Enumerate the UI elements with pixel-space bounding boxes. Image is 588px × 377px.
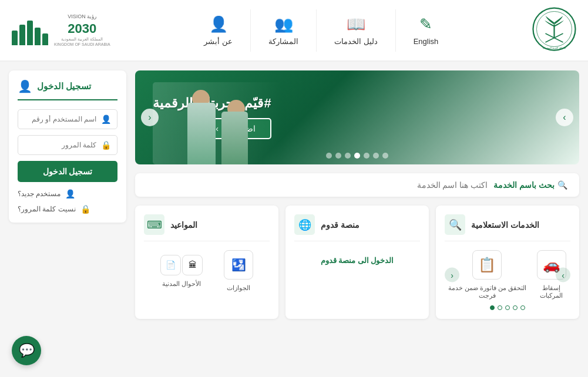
civil-affairs-label: الأحوال المدنية bbox=[162, 280, 201, 288]
absher-bars bbox=[12, 16, 48, 45]
english-icon: ✎ bbox=[419, 15, 432, 33]
bar-3 bbox=[27, 21, 33, 45]
login-title: تسجيل الدخول bbox=[37, 81, 91, 92]
sub-dot-5[interactable] bbox=[490, 305, 495, 310]
header: المملكة العربية السعودية ✎ English 📖 دلي… bbox=[0, 0, 588, 62]
search-icon-card: 🔍 bbox=[449, 218, 462, 231]
nav-item-english[interactable]: ✎ English bbox=[395, 9, 456, 52]
qudom-link[interactable]: الدخول الى منصة قدوم bbox=[315, 250, 400, 271]
people-icon: 👥 bbox=[274, 15, 293, 33]
person-icon: 👤 bbox=[209, 15, 228, 33]
slider-dot-7[interactable] bbox=[326, 153, 332, 159]
inquiry-card-header: الخدمات الاستعلامية 🔍 bbox=[445, 214, 570, 241]
content-area: ‹ #قيّم_تجربتك_الرقمية اضغط هنا › bbox=[135, 70, 579, 368]
inquiry-sub-dots bbox=[445, 305, 570, 310]
person-body-1 bbox=[221, 112, 248, 164]
slider-dot-2[interactable] bbox=[373, 153, 379, 159]
nav-item-participation[interactable]: 👥 المشاركة bbox=[250, 9, 316, 52]
vision-text: رؤية VISION bbox=[54, 14, 110, 21]
saudi-logo: المملكة العربية السعودية bbox=[532, 7, 576, 53]
people-silhouette bbox=[187, 103, 248, 164]
civil-affairs-item[interactable]: 🏛 📄 الأحوال المدنية bbox=[160, 255, 203, 288]
slider-dot-3[interactable] bbox=[364, 153, 369, 159]
sidebar: تسجيل الدخول 👤 👤 🔒 تسجيل الدخول 👤 مستخدم… bbox=[9, 70, 126, 368]
person-2 bbox=[187, 103, 216, 164]
slider-dot-4[interactable] bbox=[354, 153, 360, 159]
login-button[interactable]: تسجيل الدخول bbox=[18, 161, 117, 182]
services-grid: الخدمات الاستعلامية 🔍 ‹ 🚗 إسقاط المركبات… bbox=[135, 206, 579, 319]
sub-dot-2[interactable] bbox=[513, 305, 518, 310]
new-user-link[interactable]: 👤 مستخدم جديد؟ bbox=[18, 189, 117, 198]
inquiry-nav-next[interactable]: › bbox=[556, 268, 570, 282]
password-field: 🔒 bbox=[18, 135, 117, 155]
book-icon: 📖 bbox=[347, 15, 365, 33]
appointments-card-title: المواعيد bbox=[170, 220, 197, 230]
vehicle-drop-label: إسقاط المركبات bbox=[533, 284, 570, 299]
vision-year: 2030 bbox=[54, 21, 110, 38]
passports-item[interactable]: 🛂 الجوازات bbox=[224, 250, 253, 292]
slider-next-button[interactable]: › bbox=[556, 109, 573, 126]
slider-dot-1[interactable] bbox=[382, 153, 388, 159]
qudom-card-body: الدخول الى منصة قدوم bbox=[294, 250, 420, 271]
search-icon: 🔍 bbox=[557, 180, 567, 190]
inquiry-services-card: الخدمات الاستعلامية 🔍 ‹ 🚗 إسقاط المركبات… bbox=[436, 206, 579, 319]
slider-dot-6[interactable] bbox=[335, 153, 341, 159]
search-bar: 🔍 بحث باسم الخدمة bbox=[135, 173, 579, 197]
bar-4 bbox=[19, 25, 25, 45]
invoice-icon: 📋 bbox=[472, 250, 502, 280]
new-user-icon: 👤 bbox=[65, 189, 75, 198]
bar-2 bbox=[35, 28, 41, 45]
sub-dot-4[interactable] bbox=[498, 305, 502, 310]
appointments-card-body: 🛂 الجوازات 🏛 📄 الأحوال المدنية bbox=[144, 250, 270, 292]
passport-icon: 🛂 bbox=[224, 250, 253, 280]
absher-logo bbox=[12, 16, 48, 45]
user-field-icon: 👤 bbox=[101, 115, 111, 124]
nav-label-services-guide: دليل الخدمات bbox=[334, 37, 378, 46]
qudom-card-icon: 🌐 bbox=[294, 214, 315, 235]
chat-button[interactable]: 💬 bbox=[12, 336, 41, 365]
search-label: 🔍 بحث باسم الخدمة bbox=[493, 180, 567, 190]
keyboard-icon: ⌨ bbox=[147, 218, 162, 231]
vision-logo: رؤية VISION 2030 المملكة العربية السعودي… bbox=[54, 14, 110, 47]
passports-label: الجوازات bbox=[227, 284, 250, 292]
forgot-password-link[interactable]: 🔒 نسيت كلمة المرور؟ bbox=[18, 204, 117, 214]
forgot-password-label: نسيت كلمة المرور؟ bbox=[18, 205, 76, 213]
login-header-icon: 👤 bbox=[18, 79, 32, 93]
login-box: تسجيل الدخول 👤 👤 🔒 تسجيل الدخول 👤 مستخدم… bbox=[9, 70, 126, 223]
slider-dots bbox=[326, 153, 388, 159]
qudom-card-title: منصة قدوم bbox=[321, 220, 359, 230]
lock-field-icon: 🔒 bbox=[101, 140, 111, 150]
person-body-2 bbox=[187, 103, 216, 164]
person-1 bbox=[221, 112, 248, 164]
nav-label-english: English bbox=[414, 37, 439, 46]
chat-icon: 💬 bbox=[19, 343, 35, 358]
globe-icon: 🌐 bbox=[298, 218, 311, 231]
nav-label-about: عن أبشر bbox=[204, 37, 233, 46]
new-user-label: مستخدم جديد؟ bbox=[18, 190, 61, 198]
civil-affairs-icons: 🏛 📄 bbox=[160, 255, 203, 275]
inquiry-card-title: الخدمات الاستعلامية bbox=[471, 220, 539, 230]
nav-label-participation: المشاركة bbox=[268, 37, 298, 46]
appointments-card-header: المواعيد ⌨ bbox=[144, 214, 270, 241]
main-content: ‹ #قيّم_تجربتك_الرقمية اضغط هنا › bbox=[0, 62, 588, 377]
appointments-card-icon: ⌨ bbox=[144, 214, 164, 235]
civil-icon-1: 🏛 bbox=[182, 255, 203, 275]
inquiry-card-body: ‹ 🚗 إسقاط المركبات 📋 التحقق من فاتورة ضم… bbox=[445, 250, 570, 299]
login-header: تسجيل الدخول 👤 bbox=[18, 79, 117, 100]
civil-icon-2: 📄 bbox=[160, 255, 181, 275]
slider-dot-5[interactable] bbox=[345, 153, 351, 159]
slider-image bbox=[153, 82, 282, 164]
sub-dot-1[interactable] bbox=[520, 305, 525, 310]
qudom-card-header: منصة قدوم 🌐 bbox=[294, 214, 420, 241]
password-input[interactable] bbox=[8, 141, 96, 149]
inquiry-nav-prev[interactable]: ‹ bbox=[445, 268, 459, 282]
nav-item-about[interactable]: 👤 عن أبشر bbox=[186, 9, 250, 52]
nav-item-services-guide[interactable]: 📖 دليل الخدمات bbox=[316, 9, 395, 52]
username-input[interactable] bbox=[8, 115, 96, 123]
search-input[interactable] bbox=[147, 180, 488, 190]
sub-dot-3[interactable] bbox=[505, 305, 510, 310]
username-field: 👤 bbox=[18, 109, 117, 129]
forgot-lock-icon: 🔒 bbox=[80, 204, 90, 214]
qudom-card: منصة قدوم 🌐 الدخول الى منصة قدوم bbox=[285, 206, 429, 319]
header-nav: ✎ English 📖 دليل الخدمات 👥 المشاركة 👤 عن… bbox=[110, 9, 532, 52]
